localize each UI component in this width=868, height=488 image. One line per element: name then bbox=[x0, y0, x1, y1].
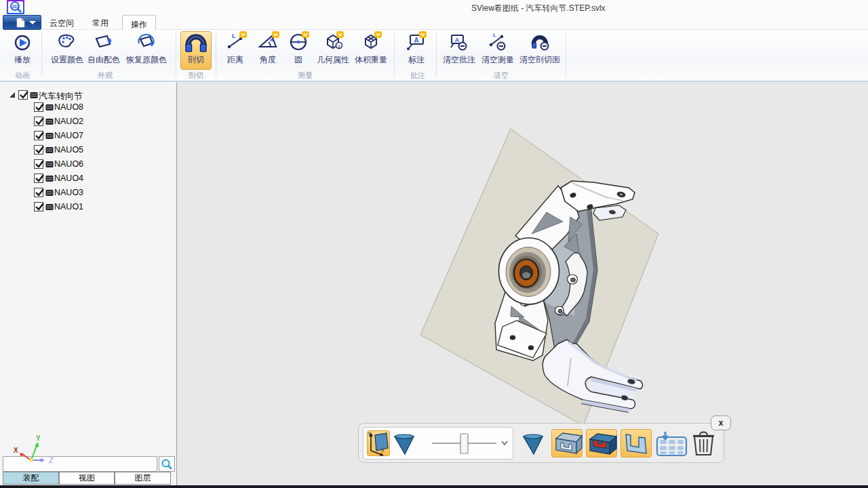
svg-text:L: L bbox=[493, 32, 496, 38]
svg-text:3D: 3D bbox=[12, 4, 18, 9]
svg-text:Y: Y bbox=[368, 431, 371, 436]
svg-text:Z: Z bbox=[49, 456, 54, 464]
svg-text:Y: Y bbox=[36, 434, 41, 442]
svg-text:i: i bbox=[338, 43, 340, 49]
svg-text:X: X bbox=[14, 447, 18, 454]
svg-text:L: L bbox=[232, 33, 236, 39]
svg-text:A: A bbox=[455, 37, 460, 43]
svg-text:A: A bbox=[414, 37, 418, 44]
